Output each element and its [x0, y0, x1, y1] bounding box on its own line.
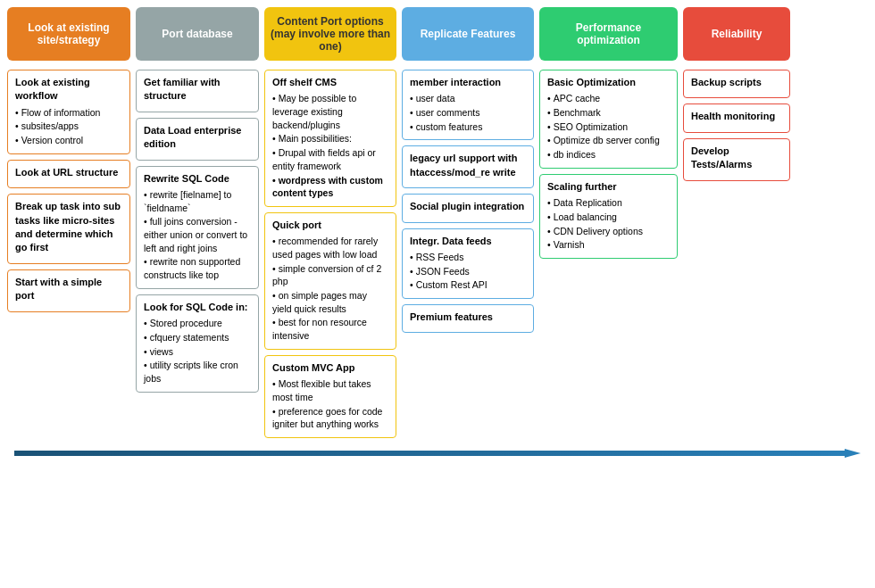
box-quickport: Quick port recommended for rarely used p…: [264, 212, 396, 350]
box-basicopt-bullets: APC cache Benchmark SEO Optimization Opt…: [547, 92, 670, 161]
header-col4-label: Replicate Features: [421, 28, 516, 40]
box-legacy-title: legacy url support with htaccess/mod_re …: [410, 152, 526, 179]
box-sqllook-bullets: Stored procedure cfquery statements view…: [144, 317, 251, 385]
box-familiar-title: Get familiar with structure: [144, 76, 251, 104]
box-social-title: Social plugin integration: [410, 200, 526, 213]
box-url-title: Look at URL structure: [15, 166, 122, 179]
box-integr: Integr. Data feeds RSS Feeds JSON Feeds …: [402, 228, 534, 299]
column-6: Reliability Backup scripts Health monito…: [683, 7, 790, 181]
header-col2: Port database: [136, 7, 259, 61]
column-5: Performance optimization Basic Optimizat…: [539, 7, 678, 259]
column-3: Content Port options (may involve more t…: [264, 7, 396, 438]
box-rewrite: Rewrite SQL Code rewrite [fielname] to `…: [136, 166, 259, 289]
box-rewrite-bullets: rewrite [fielname] to `fieldname` full j…: [144, 188, 251, 282]
header-col1: Look at existing site/strategy: [7, 7, 130, 61]
box-premium-title: Premium features: [410, 311, 526, 324]
box-member: member interaction user data user commen…: [402, 70, 534, 140]
box-dataload-title: Data Load enterprise edition: [144, 124, 251, 152]
box-rewrite-title: Rewrite SQL Code: [144, 172, 251, 186]
box-familiar: Get familiar with structure: [136, 70, 259, 112]
column-1: Look at existing site/strategy Look at e…: [7, 7, 130, 312]
box-develop: Develop Tests/Alarms: [683, 138, 790, 181]
box-basicopt-title: Basic Optimization: [547, 76, 670, 89]
progress-arrow: [14, 449, 861, 458]
box-scaling: Scaling further Data Replication Load ba…: [539, 174, 678, 259]
box-integr-bullets: RSS Feeds JSON Feeds Custom Rest API: [410, 251, 526, 292]
box-offshelf-title: Off shelf CMS: [272, 76, 388, 89]
header-col2-label: Port database: [162, 28, 232, 40]
box-dataload: Data Load enterprise edition: [136, 118, 259, 161]
box-member-title: member interaction: [410, 76, 526, 89]
box-premium: Premium features: [402, 304, 534, 333]
box-offshelf-bullets: May be possible to leverage existing bac…: [272, 92, 388, 200]
box-quickport-bullets: recommended for rarely used pages with l…: [272, 235, 388, 343]
header-col3-label: Content Port options (may involve more t…: [270, 15, 391, 53]
header-col5: Performance optimization: [539, 7, 678, 61]
box-legacy: legacy url support with htaccess/mod_re …: [402, 145, 534, 188]
box-scaling-title: Scaling further: [547, 180, 670, 194]
column-2: Port database Get familiar with structur…: [136, 7, 259, 393]
box-social: Social plugin integration: [402, 194, 534, 222]
header-col6: Reliability: [683, 7, 790, 61]
box-workflow-title: Look at existing workflow: [15, 76, 122, 104]
box-simple: Start with a simple port: [7, 269, 130, 312]
box-simple-title: Start with a simple port: [15, 276, 122, 303]
arrow-container: [7, 449, 868, 458]
box-backup: Backup scripts: [683, 70, 790, 98]
box-breakup-title: Break up task into sub tasks like micro-…: [15, 200, 122, 255]
box-integr-title: Integr. Data feeds: [410, 235, 526, 248]
box-scaling-bullets: Data Replication Load balancing CDN Deli…: [547, 196, 670, 252]
box-health: Health monitoring: [683, 104, 790, 132]
diagram-container: Look at existing site/strategy Look at e…: [0, 0, 875, 476]
box-custommvc: Custom MVC App Most flexible but takes m…: [264, 355, 396, 438]
header-col1-label: Look at existing site/strategy: [12, 21, 125, 46]
header-col4: Replicate Features: [402, 7, 534, 61]
box-quickport-title: Quick port: [272, 219, 388, 232]
column-4: Replicate Features member interaction us…: [402, 7, 534, 333]
box-workflow-bullets: Flow of information subsites/apps Versio…: [15, 106, 122, 147]
box-basicopt: Basic Optimization APC cache Benchmark S…: [539, 70, 678, 169]
header-col5-label: Performance optimization: [545, 21, 672, 46]
box-sqllook: Look for SQL Code in: Stored procedure c…: [136, 294, 259, 393]
box-health-title: Health monitoring: [691, 110, 782, 123]
header-col3: Content Port options (may involve more t…: [264, 7, 396, 61]
box-backup-title: Backup scripts: [691, 76, 782, 89]
box-sqllook-title: Look for SQL Code in:: [144, 301, 251, 314]
box-member-bullets: user data user comments custom features: [410, 92, 526, 133]
columns-layout: Look at existing site/strategy Look at e…: [7, 7, 868, 438]
box-url: Look at URL structure: [7, 160, 130, 188]
box-offshelf: Off shelf CMS May be possible to leverag…: [264, 70, 396, 207]
header-col6-label: Reliability: [712, 28, 762, 40]
box-custommvc-bullets: Most flexible but takes most time prefer…: [272, 377, 388, 431]
box-workflow: Look at existing workflow Flow of inform…: [7, 70, 130, 154]
box-custommvc-title: Custom MVC App: [272, 361, 388, 375]
box-develop-title: Develop Tests/Alarms: [691, 145, 782, 172]
box-breakup: Break up task into sub tasks like micro-…: [7, 194, 130, 264]
